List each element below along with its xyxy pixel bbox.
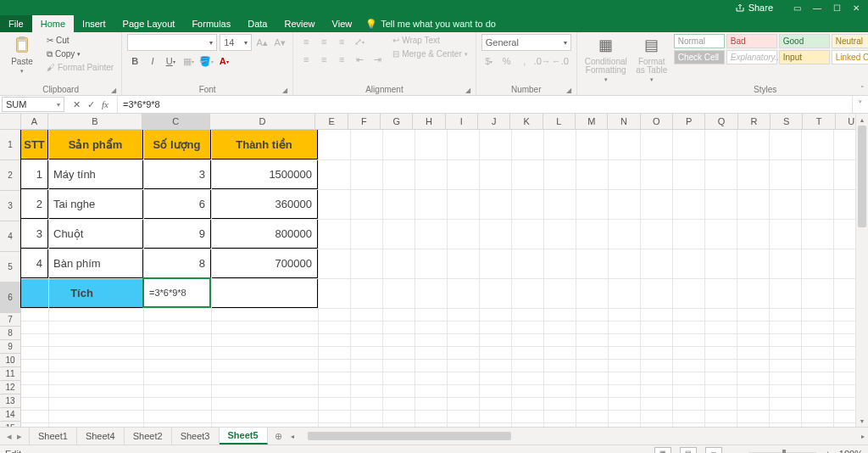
scroll-up-icon[interactable]: ▴	[856, 114, 868, 126]
col-header[interactable]: N	[608, 114, 640, 129]
style-cell[interactable]: Good	[779, 34, 830, 48]
font-size-combo[interactable]: 14▾	[220, 34, 252, 51]
hscroll-thumb[interactable]	[308, 432, 511, 440]
tab-page-layout[interactable]: Page Layout	[114, 15, 184, 32]
cell-san-pham[interactable]: Bàn phím	[47, 248, 143, 278]
accounting-format-icon[interactable]: $▾	[481, 53, 497, 69]
col-header[interactable]: L	[543, 114, 576, 129]
row-header[interactable]: 3	[0, 191, 20, 221]
conditional-formatting-button[interactable]: ▦ Conditional Formatting▾	[582, 34, 630, 83]
col-header[interactable]: K	[510, 114, 542, 129]
orientation-icon[interactable]: ⤢▾	[352, 34, 367, 49]
row-header[interactable]: 4	[0, 221, 20, 252]
view-page-layout-icon[interactable]: ▤	[680, 447, 697, 454]
cell-so-luong[interactable]: 6	[142, 188, 211, 219]
italic-button[interactable]: I	[145, 53, 160, 69]
sheet-tab[interactable]: Sheet4	[77, 428, 125, 445]
decrease-indent-icon[interactable]: ⇤	[352, 52, 367, 67]
number-format-combo[interactable]: General▾	[481, 34, 571, 51]
col-header[interactable]: A	[21, 114, 48, 129]
tab-formulas[interactable]: Formulas	[183, 15, 239, 32]
hdr-stt[interactable]: STT	[20, 130, 48, 159]
cell-stt[interactable]: 2	[20, 188, 48, 219]
editing-cell[interactable]: =3*6*9*8	[142, 277, 211, 308]
tab-insert[interactable]: Insert	[74, 15, 114, 32]
view-page-break-icon[interactable]: ▭	[705, 447, 722, 454]
row-header[interactable]: 12	[0, 381, 20, 394]
tab-review[interactable]: Review	[275, 15, 323, 32]
sheet-tab[interactable]: Sheet1	[30, 428, 77, 445]
align-left-icon[interactable]: ≡	[298, 52, 314, 67]
scroll-thumb[interactable]	[858, 126, 866, 227]
dialog-launcher-icon[interactable]: ◢	[111, 87, 116, 94]
scroll-right-icon[interactable]: ▸	[860, 433, 866, 440]
col-header[interactable]: B	[48, 114, 142, 129]
maximize-icon[interactable]: ☐	[833, 3, 841, 13]
cell-san-pham[interactable]: Máy tính	[47, 159, 143, 189]
cell-stt[interactable]: 4	[20, 248, 48, 278]
enter-formula-icon[interactable]: ✓	[87, 99, 95, 110]
hdr-san-pham[interactable]: Sản phẩm	[47, 130, 143, 159]
col-header[interactable]: J	[478, 114, 510, 129]
font-color-button[interactable]: A▾	[216, 53, 231, 69]
col-header[interactable]: I	[446, 114, 478, 129]
style-cell[interactable]: Normal	[674, 34, 725, 48]
col-header[interactable]: R	[738, 114, 771, 129]
row-header[interactable]: 13	[0, 394, 20, 408]
paste-button[interactable]: Paste▾	[5, 34, 39, 75]
row-header[interactable]: 8	[0, 327, 20, 340]
horizontal-scrollbar[interactable]: ◂ ▸	[289, 428, 868, 445]
ribbon-options-icon[interactable]: ▭	[793, 3, 801, 13]
sheet-tab[interactable]: Sheet2	[125, 428, 172, 445]
window-controls[interactable]: ▭ — ☐ ✕	[785, 3, 868, 13]
zoom-in-icon[interactable]: +	[825, 449, 830, 454]
row-header[interactable]: 7	[0, 313, 20, 327]
dialog-launcher-icon[interactable]: ◢	[465, 87, 470, 94]
scroll-left-icon[interactable]: ◂	[289, 433, 296, 440]
style-cell[interactable]: Check Cell	[674, 50, 725, 64]
select-all-corner[interactable]	[0, 114, 21, 129]
scroll-down-icon[interactable]: ▾	[856, 415, 868, 427]
row-header[interactable]: 15	[0, 422, 20, 427]
tab-data[interactable]: Data	[239, 15, 275, 32]
col-header[interactable]: P	[673, 114, 705, 129]
col-header[interactable]: O	[641, 114, 673, 129]
view-normal-icon[interactable]: ▦	[654, 447, 671, 454]
style-cell[interactable]: Input	[779, 50, 830, 64]
cell-san-pham[interactable]: Tai nghe	[47, 188, 143, 219]
cells-area[interactable]: STTSản phẩmSố lượngThành tiền1Máy tính31…	[21, 130, 868, 427]
style-cell[interactable]: Neutral	[832, 34, 868, 48]
row-header[interactable]: 1	[0, 130, 20, 160]
cell-stt[interactable]: 3	[20, 218, 48, 249]
align-center-icon[interactable]: ≡	[316, 52, 331, 67]
font-name-combo[interactable]: ▾	[127, 34, 217, 51]
cell-so-luong[interactable]: 8	[142, 248, 211, 278]
share-button[interactable]: Share	[735, 3, 773, 13]
hdr-so-luong[interactable]: Số lượng	[142, 130, 211, 159]
align-right-icon[interactable]: ≡	[334, 52, 349, 67]
cell-thanh-tien[interactable]: 360000	[210, 188, 318, 219]
cell-thanh-tien[interactable]: 1500000	[210, 159, 318, 189]
col-header[interactable]: F	[348, 114, 381, 129]
collapse-ribbon-icon[interactable]: ˄	[860, 85, 865, 93]
hdr-thanh-tien[interactable]: Thành tiền	[210, 130, 318, 159]
row-header[interactable]: 11	[0, 367, 20, 381]
row-header[interactable]: 9	[0, 340, 20, 354]
zoom-level[interactable]: 100%	[839, 449, 863, 454]
underline-button[interactable]: U▾	[163, 53, 178, 69]
decrease-font-icon[interactable]: A▾	[272, 35, 287, 50]
zoom-out-icon[interactable]: —	[731, 449, 740, 454]
tab-view[interactable]: View	[324, 15, 361, 32]
tell-me-search[interactable]: 💡 Tell me what you want to do	[365, 15, 496, 32]
cell-thanh-tien[interactable]: 800000	[210, 218, 318, 249]
col-header[interactable]: T	[803, 114, 835, 129]
fx-icon[interactable]: fx	[102, 99, 108, 109]
comma-format-icon[interactable]: ,	[517, 53, 532, 69]
col-header[interactable]: G	[381, 114, 413, 129]
cut-button[interactable]: ✂Cut	[44, 34, 116, 47]
style-cell[interactable]: Explanatory...	[726, 50, 777, 64]
borders-button[interactable]: ▦▾	[181, 53, 196, 69]
align-middle-icon[interactable]: ≡	[316, 34, 331, 49]
cell-stt[interactable]: 1	[20, 159, 48, 189]
vertical-scrollbar[interactable]: ▴ ▾	[855, 114, 868, 427]
